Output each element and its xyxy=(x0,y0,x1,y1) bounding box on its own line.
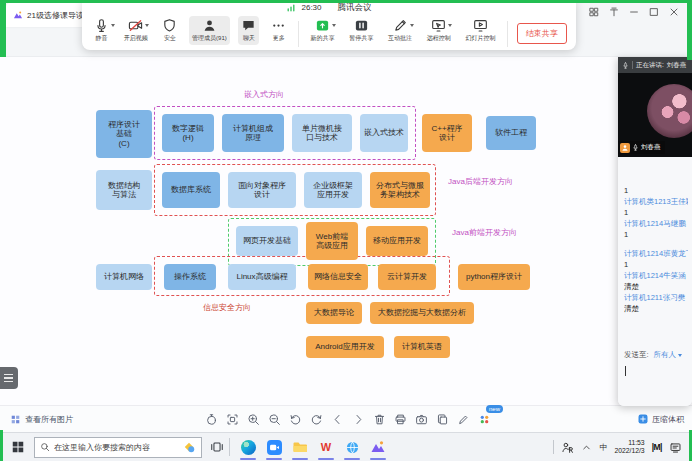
meeting-tool-members[interactable]: 管理成员(91) xyxy=(189,16,230,45)
mic-small-icon xyxy=(622,62,629,69)
edit-icon[interactable] xyxy=(457,413,470,426)
chat-input[interactable] xyxy=(625,366,626,376)
video-tile[interactable]: 刘春燕 xyxy=(618,73,692,157)
prev-icon[interactable] xyxy=(331,413,344,426)
course-box: python程序设计 xyxy=(458,264,530,290)
course-box: 操作系统 xyxy=(164,264,216,290)
chevron-down-icon xyxy=(678,354,682,357)
meeting-tool-label: 暂停共享 xyxy=(349,34,373,43)
chat-message-text: 1 xyxy=(624,259,688,270)
chevron-down-icon xyxy=(145,24,149,27)
taskbar-search[interactable]: 在这里输入你要搜索的内容 xyxy=(34,437,202,458)
minimize-button[interactable] xyxy=(627,5,640,18)
host-icon xyxy=(620,143,630,153)
meeting-tool-label: 静音 xyxy=(96,34,108,43)
apps-icon[interactable]: new xyxy=(478,413,491,426)
start-button[interactable] xyxy=(11,440,25,454)
thumbnail-list-toggle[interactable] xyxy=(0,367,18,389)
system-tray: 中 11:53 2022/12/3 |M| xyxy=(553,439,692,456)
rotate-right-icon[interactable] xyxy=(310,413,323,426)
divider xyxy=(229,438,230,456)
fit-window-icon[interactable] xyxy=(226,413,239,426)
meeting-tool-mic[interactable]: 静音 xyxy=(91,16,112,45)
meeting-tool-label: 新的共享 xyxy=(311,34,335,43)
divider xyxy=(507,21,508,47)
share-border-left xyxy=(0,0,6,57)
ime-indicator[interactable]: 中 xyxy=(599,442,607,453)
screenshot-icon[interactable] xyxy=(415,413,428,426)
course-box: 计算机英语 xyxy=(394,336,450,358)
copy-icon[interactable] xyxy=(436,413,449,426)
end-share-button[interactable]: 结束共享 xyxy=(517,23,567,44)
chat-sender-name: 计算机1214马继鹏 xyxy=(624,218,688,229)
taskbar-app-file-explorer[interactable] xyxy=(287,433,313,461)
clock[interactable]: 11:53 2022/12/3 xyxy=(614,439,644,456)
course-box: 计算机组成 原理 xyxy=(222,114,284,152)
share-border-top xyxy=(0,0,692,3)
meeting-tool-shield[interactable]: 安全 xyxy=(159,16,180,45)
zoom-in-icon[interactable] xyxy=(247,413,260,426)
course-box: 数据结构 与算法 xyxy=(96,170,152,210)
delete-icon[interactable] xyxy=(373,413,386,426)
taskbar-app-tencent-meeting[interactable] xyxy=(261,433,287,461)
chat-message-text: 1 xyxy=(624,207,688,218)
taskbar-app-edge[interactable] xyxy=(235,433,261,461)
close-button[interactable] xyxy=(667,5,680,18)
meeting-tool-annotate[interactable]: 互动批注 xyxy=(385,16,415,45)
chat-message-list: 1计算机类1213王佳颖1计算机1214马继鹏1计算机1214班黄龙飞1计算机1… xyxy=(624,185,688,314)
divider xyxy=(632,61,633,69)
meeting-toolbar: 26:30 腾讯会议 静音开启视频安全管理成员(91)聊天更多新的共享暂停共享互… xyxy=(82,0,576,50)
meeting-tool-share-screen[interactable]: 新的共享 xyxy=(308,16,338,45)
task-view-button[interactable] xyxy=(210,440,224,454)
meeting-tool-remote[interactable]: 远程控制 xyxy=(424,16,454,45)
chat-panel: 1计算机类1213王佳颖1计算机1214马继鹏1计算机1214班黄龙飞1计算机1… xyxy=(618,157,692,406)
chevron-down-icon xyxy=(332,24,336,27)
notification-icon[interactable] xyxy=(669,441,682,454)
send-to-dropdown[interactable]: 所有人 xyxy=(654,350,683,360)
taskbar-app-image-viewer[interactable] xyxy=(365,433,391,461)
zoom-out-icon[interactable] xyxy=(268,413,281,426)
taskbar-app-browser[interactable] xyxy=(339,433,365,461)
actual-size-icon[interactable] xyxy=(205,413,218,426)
chevron-up-icon[interactable] xyxy=(581,442,592,453)
taskbar-apps: W xyxy=(235,433,391,461)
compress-icon xyxy=(637,413,649,425)
grid-icon xyxy=(10,414,21,425)
tag-mic-icon xyxy=(632,144,639,151)
rotate-left-icon[interactable] xyxy=(289,413,302,426)
meeting-title: 腾讯会议 xyxy=(338,2,372,14)
course-box: Android应用开发 xyxy=(306,336,384,358)
meeting-tool-pause[interactable]: 暂停共享 xyxy=(346,16,376,45)
send-to-row: 发送至: 所有人 xyxy=(624,350,682,360)
imi-logo-icon[interactable]: |M| xyxy=(652,442,662,452)
meeting-tool-slides[interactable]: 幻灯片控制 xyxy=(462,16,498,45)
pin-button[interactable] xyxy=(607,5,620,18)
meeting-tool-label: 开启视频 xyxy=(124,34,148,43)
meeting-tool-label: 幻灯片控制 xyxy=(465,34,495,43)
maximize-button[interactable] xyxy=(647,5,660,18)
viewer-logo-icon xyxy=(13,10,23,20)
meeting-tool-more[interactable]: 更多 xyxy=(268,16,289,45)
viewer-tools: new xyxy=(205,413,491,426)
print-icon[interactable] xyxy=(394,413,407,426)
compress-button[interactable]: 压缩体积 xyxy=(637,413,684,425)
window-controls xyxy=(587,5,680,18)
taskbar-app-wps[interactable]: W xyxy=(313,433,339,461)
taskbar: 在这里输入你要搜索的内容 W 中 11:53 2022/12/3 |M| xyxy=(0,432,692,461)
meeting-tool-label: 管理成员(91) xyxy=(192,34,227,43)
course-box: 数据库系统 xyxy=(162,172,220,208)
view-all-images-button[interactable]: 查看所有图片 xyxy=(10,414,73,425)
course-box: 计算机网络 xyxy=(96,264,152,290)
weather-icon xyxy=(182,440,196,454)
new-badge: new xyxy=(486,405,503,413)
edge-icon xyxy=(241,440,256,455)
next-icon[interactable] xyxy=(352,413,365,426)
avatar xyxy=(647,84,692,138)
direction-label: 嵌入式方向 xyxy=(244,89,284,100)
people-icon[interactable] xyxy=(561,441,574,454)
meeting-tool-camera-off[interactable]: 开启视频 xyxy=(121,16,151,45)
meeting-tool-chat[interactable]: 聊天 xyxy=(238,16,259,45)
course-box: 大数据导论 xyxy=(306,302,362,324)
layout-button[interactable] xyxy=(587,5,600,18)
course-box: 数字逻辑 (H) xyxy=(162,114,214,152)
